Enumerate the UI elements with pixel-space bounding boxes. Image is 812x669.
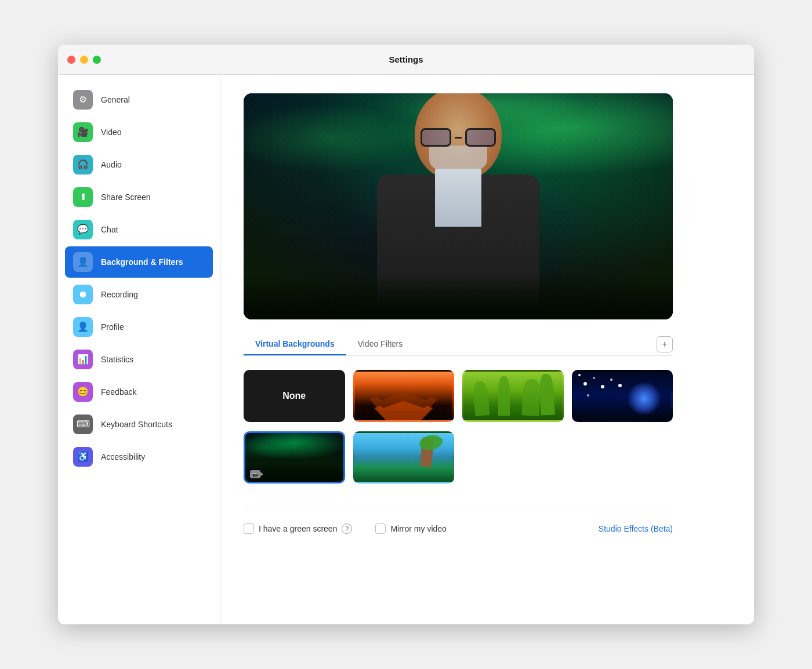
tab-video-filters[interactable]: Video Filters bbox=[346, 333, 415, 355]
green-screen-checkbox[interactable] bbox=[244, 523, 254, 534]
video-icon: 🎥 bbox=[73, 122, 93, 142]
none-label: None bbox=[282, 391, 306, 401]
statistics-icon: 📊 bbox=[73, 350, 93, 369]
sidebar-label-accessibility: Accessibility bbox=[101, 452, 145, 461]
backgrounds-grid-row1: None bbox=[244, 370, 673, 422]
background-grass[interactable] bbox=[462, 370, 564, 422]
glasses bbox=[420, 128, 496, 147]
trees-bottom bbox=[244, 273, 673, 319]
background-space[interactable] bbox=[572, 370, 673, 422]
background-aurora[interactable]: 📷 bbox=[244, 431, 345, 483]
sidebar-item-bgfilters[interactable]: 👤 Background & Filters bbox=[65, 246, 213, 278]
backgrounds-grid-row2: 📷 bbox=[244, 431, 673, 483]
sidebar: ⚙ General 🎥 Video 🎧 Audio ⬆ bbox=[58, 75, 220, 624]
green-screen-label: I have a green screen bbox=[259, 524, 337, 533]
mirror-label: Mirror my video bbox=[390, 524, 446, 533]
sidebar-item-audio[interactable]: 🎧 Audio bbox=[65, 149, 213, 180]
sidebar-item-feedback[interactable]: 😊 Feedback bbox=[65, 376, 213, 408]
sidebar-label-general: General bbox=[101, 95, 130, 104]
empty-slot-1 bbox=[462, 431, 564, 483]
sharescreen-icon: ⬆ bbox=[73, 187, 93, 207]
sidebar-label-sharescreen: Share Screen bbox=[101, 192, 151, 202]
background-palm-beach[interactable] bbox=[353, 431, 455, 483]
sidebar-item-accessibility[interactable]: ♿ Accessibility bbox=[65, 441, 213, 472]
glass-left bbox=[420, 128, 451, 147]
sidebar-label-audio: Audio bbox=[101, 160, 122, 169]
recording-icon: ⏺ bbox=[73, 285, 93, 304]
sidebar-label-feedback: Feedback bbox=[101, 387, 136, 397]
accessibility-icon: ♿ bbox=[73, 447, 93, 467]
sidebar-item-sharescreen[interactable]: ⬆ Share Screen bbox=[65, 181, 213, 213]
minimize-button[interactable] bbox=[80, 56, 88, 64]
sidebar-label-statistics: Statistics bbox=[101, 355, 133, 364]
title-bar: Settings bbox=[58, 45, 754, 75]
maximize-button[interactable] bbox=[93, 56, 101, 64]
sidebar-item-recording[interactable]: ⏺ Recording bbox=[65, 279, 213, 310]
glasses-bridge bbox=[455, 137, 462, 139]
background-none[interactable]: None bbox=[244, 370, 345, 422]
chat-icon: 💬 bbox=[73, 220, 93, 239]
sidebar-label-video: Video bbox=[101, 128, 122, 137]
sidebar-item-statistics[interactable]: 📊 Statistics bbox=[65, 344, 213, 375]
profile-icon: 👤 bbox=[73, 317, 93, 337]
settings-window: Settings ⚙ General 🎥 Video 🎧 Audio bbox=[58, 45, 754, 624]
sidebar-label-keyboard: Keyboard Shortcuts bbox=[101, 420, 172, 429]
sidebar-label-bgfilters: Background & Filters bbox=[101, 257, 183, 267]
sidebar-label-recording: Recording bbox=[101, 290, 138, 299]
mirror-video-option[interactable]: Mirror my video bbox=[375, 523, 446, 534]
head bbox=[415, 93, 502, 180]
keyboard-icon: ⌨ bbox=[73, 415, 93, 434]
background-golden-gate[interactable] bbox=[353, 370, 455, 422]
bottom-options: I have a green screen ? Mirror my video … bbox=[244, 507, 673, 534]
glass-right bbox=[465, 128, 496, 147]
add-background-button[interactable]: + bbox=[657, 336, 673, 352]
studio-effects-button[interactable]: Studio Effects (Beta) bbox=[599, 524, 673, 533]
sidebar-item-keyboard[interactable]: ⌨ Keyboard Shortcuts bbox=[65, 409, 213, 440]
preview-background bbox=[244, 93, 673, 319]
tab-virtual-backgrounds[interactable]: Virtual Backgrounds bbox=[244, 333, 346, 355]
audio-icon: 🎧 bbox=[73, 155, 93, 174]
close-button[interactable] bbox=[67, 56, 75, 64]
mirror-video-checkbox[interactable] bbox=[375, 523, 386, 534]
sidebar-item-video[interactable]: 🎥 Video bbox=[65, 117, 213, 148]
empty-slot-2 bbox=[572, 431, 673, 483]
green-screen-option[interactable]: I have a green screen ? bbox=[244, 523, 352, 534]
shirt bbox=[435, 169, 481, 227]
bgfilters-icon: 👤 bbox=[73, 252, 93, 272]
video-preview bbox=[244, 93, 673, 319]
sidebar-item-chat[interactable]: 💬 Chat bbox=[65, 214, 213, 245]
sidebar-item-general[interactable]: ⚙ General bbox=[65, 84, 213, 115]
feedback-icon: 😊 bbox=[73, 382, 93, 402]
gear-icon: ⚙ bbox=[73, 90, 93, 110]
selected-cam-indicator: 📷 bbox=[250, 470, 260, 478]
sidebar-label-profile: Profile bbox=[101, 322, 124, 332]
green-screen-help-icon[interactable]: ? bbox=[342, 523, 352, 534]
window-title: Settings bbox=[389, 54, 423, 64]
traffic-lights bbox=[67, 56, 101, 64]
main-content: ⚙ General 🎥 Video 🎧 Audio ⬆ bbox=[58, 75, 754, 624]
main-panel: Virtual Backgrounds Video Filters + None bbox=[220, 75, 754, 624]
sidebar-label-chat: Chat bbox=[101, 225, 118, 234]
tabs-row: Virtual Backgrounds Video Filters + bbox=[244, 333, 673, 356]
sidebar-item-profile[interactable]: 👤 Profile bbox=[65, 311, 213, 343]
